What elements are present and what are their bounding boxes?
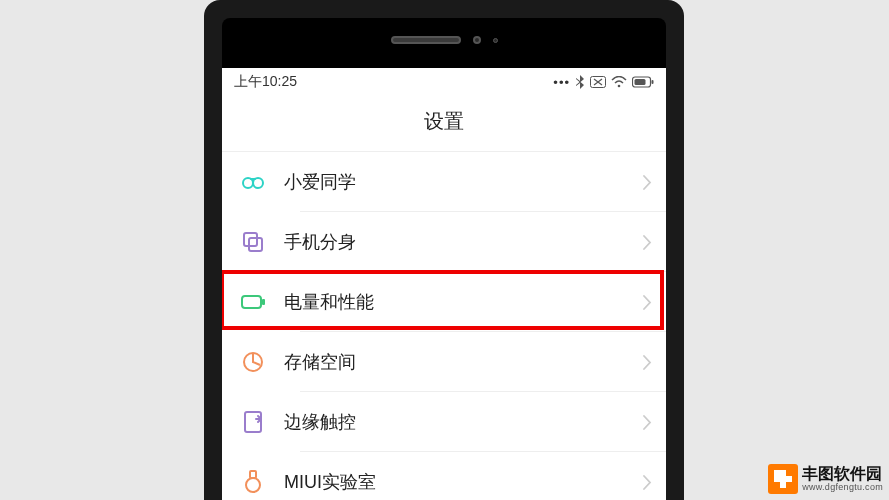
bluetooth-icon: [575, 75, 585, 89]
svg-point-13: [246, 478, 260, 492]
svg-rect-3: [652, 80, 654, 84]
chevron-right-icon: [643, 175, 652, 190]
screen: 上午10:25 设置 小爱同学: [222, 68, 666, 500]
svg-rect-14: [250, 471, 256, 478]
front-camera: [473, 36, 481, 44]
chevron-right-icon: [643, 355, 652, 370]
chevron-right-icon: [643, 295, 652, 310]
settings-item-storage[interactable]: 存储空间: [222, 332, 666, 392]
item-label: 边缘触控: [284, 410, 643, 434]
chevron-right-icon: [643, 235, 652, 250]
settings-list: 小爱同学 手机分身: [222, 152, 666, 500]
status-time: 上午10:25: [234, 73, 297, 91]
svg-rect-10: [262, 299, 265, 305]
chevron-right-icon: [643, 475, 652, 490]
status-icons: [553, 74, 654, 90]
svg-point-1: [618, 85, 621, 88]
dual-app-icon: [222, 230, 284, 254]
svg-rect-4: [635, 79, 646, 85]
wifi-icon: [611, 76, 627, 88]
settings-item-edge-touch[interactable]: 边缘触控: [222, 392, 666, 452]
lab-icon: [222, 469, 284, 495]
sensor-dot: [493, 38, 498, 43]
svg-rect-8: [249, 238, 262, 251]
edge-touch-icon: [222, 410, 284, 434]
phone-speaker-area: [222, 32, 666, 48]
settings-item-battery[interactable]: 电量和性能: [222, 272, 666, 332]
battery-icon: [632, 76, 654, 88]
settings-item-dual-app[interactable]: 手机分身: [222, 212, 666, 272]
watermark-url: www.dgfengtu.com: [802, 483, 883, 493]
settings-item-miui-lab[interactable]: MIUI实验室: [222, 452, 666, 500]
phone-frame: 上午10:25 设置 小爱同学: [204, 0, 684, 500]
phone-bezel: 上午10:25 设置 小爱同学: [222, 18, 666, 500]
watermark-name: 丰图软件园: [802, 465, 883, 483]
watermark: 丰图软件园 www.dgfengtu.com: [768, 464, 883, 494]
item-label: MIUI实验室: [284, 470, 643, 494]
chevron-right-icon: [643, 415, 652, 430]
xiaoai-icon: [222, 169, 284, 195]
item-label: 小爱同学: [284, 170, 643, 194]
svg-rect-7: [244, 233, 257, 246]
item-label: 手机分身: [284, 230, 643, 254]
status-bar: 上午10:25: [222, 68, 666, 96]
storage-icon: [222, 350, 284, 374]
svg-rect-9: [242, 296, 261, 308]
battery-perf-icon: [222, 293, 284, 311]
watermark-logo: [768, 464, 798, 494]
item-label: 电量和性能: [284, 290, 643, 314]
do-not-disturb-icon: [590, 76, 606, 88]
settings-item-xiaoai[interactable]: 小爱同学: [222, 152, 666, 212]
item-label: 存储空间: [284, 350, 643, 374]
more-icon: [553, 74, 570, 90]
page-title: 设置: [222, 96, 666, 152]
speaker-grill: [391, 36, 461, 44]
